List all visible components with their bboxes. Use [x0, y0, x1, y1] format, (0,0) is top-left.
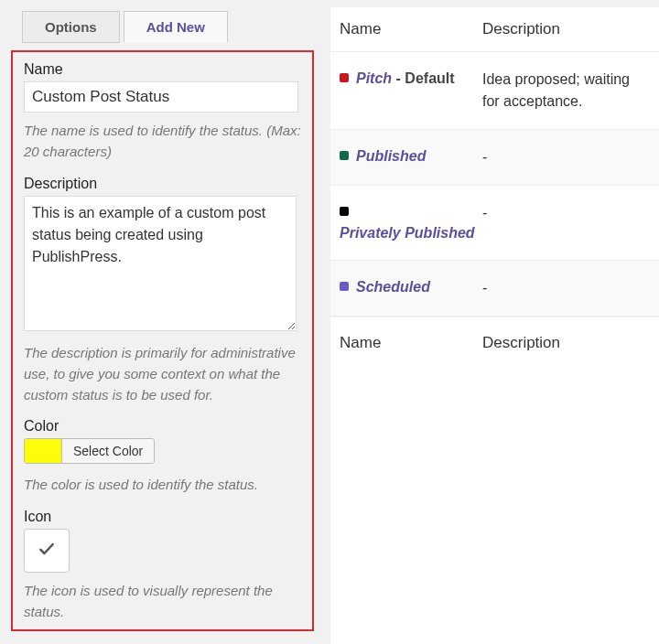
cell-description: - — [482, 146, 650, 168]
description-input[interactable] — [24, 196, 297, 331]
tab-options[interactable]: Options — [22, 11, 120, 43]
status-color-dot — [340, 151, 349, 160]
table-header: Name Description — [330, 7, 659, 52]
status-color-dot — [340, 73, 349, 82]
status-name-wrap: Pitch - Default — [356, 69, 455, 89]
cell-name: Pitch - Default — [340, 69, 482, 89]
table-row: Published- — [330, 130, 659, 186]
tab-add-new[interactable]: Add New — [124, 11, 228, 43]
cell-name: Privately Published — [340, 202, 482, 243]
tf-name: Name — [340, 334, 482, 352]
status-color-dot — [340, 207, 349, 216]
name-input[interactable] — [24, 81, 298, 113]
tf-description: Description — [482, 334, 650, 352]
cell-description: Idea proposed; waiting for acceptance. — [482, 69, 650, 113]
select-color-button[interactable]: Select Color — [61, 439, 154, 463]
status-name-wrap: Scheduled — [356, 277, 430, 297]
color-help: The color is used to identify the status… — [24, 474, 301, 495]
name-help: The name is used to identify the status.… — [24, 120, 301, 163]
cell-name: Published — [340, 146, 482, 166]
cell-name: Scheduled — [340, 277, 482, 297]
status-link[interactable]: Privately Published — [340, 225, 475, 241]
icon-label: Icon — [24, 509, 301, 525]
color-label: Color — [24, 418, 301, 435]
cell-description: - — [482, 277, 650, 299]
th-name: Name — [340, 20, 482, 38]
status-table: Name Description Pitch - DefaultIdea pro… — [330, 7, 659, 644]
cell-description: - — [482, 202, 650, 224]
color-picker[interactable]: Select Color — [24, 438, 155, 464]
table-footer: Name Description — [330, 317, 659, 369]
th-description: Description — [482, 20, 650, 38]
status-default-suffix: - Default — [392, 70, 454, 86]
name-label: Name — [24, 61, 301, 78]
add-new-form: Name The name is used to identify the st… — [11, 50, 314, 631]
table-row: Pitch - DefaultIdea proposed; waiting fo… — [330, 52, 659, 130]
icon-picker[interactable] — [24, 529, 70, 573]
check-icon — [38, 540, 56, 562]
description-help: The description is primarily for adminis… — [24, 342, 301, 406]
status-link[interactable]: Published — [356, 148, 426, 164]
table-row: Scheduled- — [330, 261, 659, 317]
color-swatch — [25, 439, 61, 463]
description-label: Description — [24, 176, 301, 192]
status-name-wrap: Privately Published — [340, 223, 475, 243]
table-body: Pitch - DefaultIdea proposed; waiting fo… — [330, 52, 659, 317]
table-row: Privately Published- — [330, 186, 659, 261]
status-link[interactable]: Pitch — [356, 70, 392, 86]
icon-help: The icon is used to visually represent t… — [24, 580, 301, 623]
status-link[interactable]: Scheduled — [356, 279, 430, 295]
tabs: Options Add New — [22, 11, 314, 43]
status-color-dot — [340, 282, 349, 291]
status-name-wrap: Published — [356, 146, 426, 166]
